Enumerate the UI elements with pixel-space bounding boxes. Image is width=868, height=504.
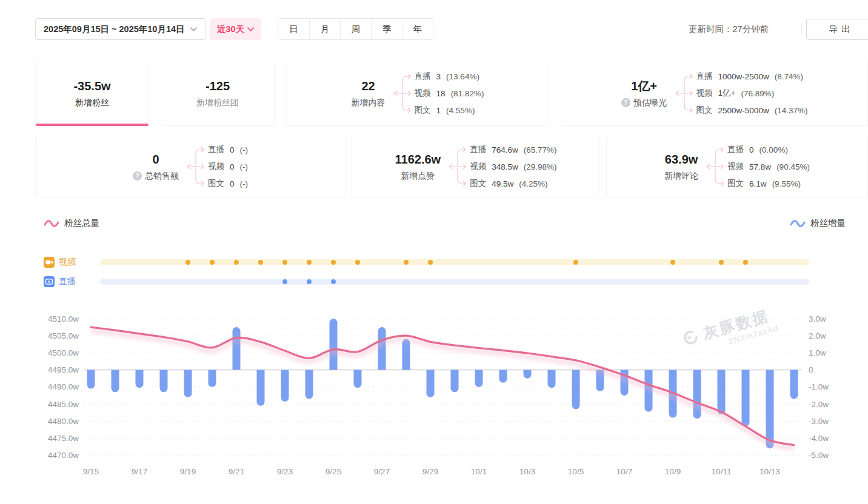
- fans-trend-chart[interactable]: 4510.0w4505.0w4500.0w4495.0w4490.0w4485.…: [0, 303, 868, 491]
- x-axis-tick: 10/11: [712, 467, 732, 476]
- total-sales-value: 0: [133, 152, 179, 167]
- legend-fans-delta[interactable]: 粉丝增量: [790, 217, 846, 229]
- video-day-dot[interactable]: [210, 260, 215, 265]
- fans-delta-bar[interactable]: [693, 370, 701, 419]
- breakdown-row: 直播0(0.00%): [727, 141, 810, 158]
- breakdown-bracket: [673, 68, 694, 119]
- period-tab-group: 日 月 周 季 年: [278, 18, 433, 40]
- fans-delta-bar[interactable]: [136, 370, 144, 388]
- tab-day[interactable]: 日: [278, 19, 309, 39]
- chevron-down-icon: [247, 27, 254, 31]
- export-button[interactable]: 导出: [806, 19, 868, 40]
- fans-delta-bar[interactable]: [499, 370, 507, 383]
- legend-fans-total[interactable]: 粉丝总量: [44, 217, 99, 229]
- fans-delta-bar[interactable]: [572, 370, 580, 409]
- tab-week[interactable]: 周: [340, 19, 371, 39]
- stat-card-total-sales[interactable]: 0 ?总销售额 直播0(-) 视频0(-) 图文0(-): [35, 136, 346, 197]
- fans-delta-bar[interactable]: [330, 319, 338, 370]
- fans-delta-bar[interactable]: [451, 370, 459, 393]
- video-day-dot[interactable]: [404, 260, 409, 265]
- date-range-picker[interactable]: 2025年09月15日 ~ 2025年10月14日: [35, 18, 205, 40]
- x-axis-tick: 9/21: [229, 467, 244, 476]
- video-day-dot[interactable]: [185, 260, 190, 265]
- tab-month[interactable]: 月: [309, 19, 340, 39]
- quick-range-selector[interactable]: 近30天: [210, 18, 261, 40]
- stat-card-new-comments[interactable]: 63.9w 新增评论 直播0(0.00%) 视频57.8w(90.45%) 图文…: [606, 136, 868, 197]
- x-axis-tick: 9/19: [180, 467, 196, 476]
- new-likes-label: 新增点赞: [395, 171, 441, 182]
- breakdown-row: 直播764.6w(65.77%): [470, 141, 556, 158]
- breakdown-bracket: [447, 141, 467, 192]
- blue-wave-icon: [790, 219, 806, 228]
- stat-card-new-fans[interactable]: -35.5w 新增粉丝: [35, 61, 149, 126]
- fans-delta-bar[interactable]: [378, 327, 386, 370]
- video-day-dot[interactable]: [355, 260, 360, 265]
- breakdown-bracket: [704, 141, 725, 192]
- video-day-dot[interactable]: [258, 260, 263, 265]
- fans-delta-bar[interactable]: [524, 370, 532, 379]
- video-day-dot[interactable]: [307, 260, 312, 265]
- fans-delta-bar[interactable]: [427, 370, 435, 397]
- live-icon: [44, 276, 55, 287]
- breakdown-row: 图文0(-): [208, 175, 248, 192]
- fan-analytics-dashboard: 2025年09月15日 ~ 2025年10月14日 近30天 日 月 周 季 年…: [0, 0, 868, 504]
- breakdown-row: 视频57.8w(90.45%): [727, 158, 810, 175]
- live-day-dot[interactable]: [307, 279, 312, 284]
- stat-card-new-fan-club[interactable]: -125 新增粉丝团: [161, 61, 275, 126]
- left-axis-tick: 4475.0w: [48, 434, 79, 443]
- stat-card-est-exposure[interactable]: 1亿+ ?预估曝光 直播1000w-2500w(8.74%) 视频1亿+(76.…: [561, 61, 868, 126]
- video-day-dot[interactable]: [234, 260, 239, 265]
- stat-card-new-content[interactable]: 22 新增内容 直播3(13.64%) 视频18(81.82%) 图文1(4.5…: [286, 61, 549, 126]
- video-day-dot[interactable]: [743, 260, 748, 265]
- stat-card-new-likes[interactable]: 1162.6w 新增点赞 直播764.6w(65.77%) 视频348.5w(2…: [352, 136, 600, 197]
- fans-delta-bar[interactable]: [305, 370, 313, 399]
- fans-delta-bar[interactable]: [160, 370, 168, 393]
- fans-delta-bar[interactable]: [112, 370, 119, 393]
- x-axis-tick: 10/5: [568, 467, 584, 476]
- fans-delta-bar[interactable]: [766, 370, 774, 449]
- help-icon[interactable]: ?: [621, 98, 630, 107]
- fans-delta-bar[interactable]: [742, 370, 750, 426]
- x-axis-tick: 9/17: [132, 467, 147, 476]
- tab-year[interactable]: 年: [402, 19, 433, 39]
- live-day-dot[interactable]: [331, 279, 336, 284]
- video-day-dot[interactable]: [331, 260, 336, 265]
- video-day-dot[interactable]: [428, 260, 433, 265]
- new-comments-label: 新增评论: [664, 171, 698, 182]
- video-day-dot[interactable]: [282, 260, 287, 265]
- fans-delta-bar[interactable]: [233, 327, 241, 370]
- new-fans-label: 新增粉丝: [73, 98, 110, 108]
- fans-delta-bar[interactable]: [281, 370, 289, 402]
- video-timeline-header: 视频: [44, 257, 76, 268]
- left-axis-tick: 4480.0w: [48, 417, 79, 426]
- active-tab-indicator: [36, 124, 149, 126]
- fans-delta-bar[interactable]: [184, 370, 192, 397]
- video-day-dot[interactable]: [573, 260, 578, 265]
- new-content-value: 22: [352, 79, 386, 93]
- live-timeline-header: 直播: [44, 276, 76, 287]
- fans-delta-bar[interactable]: [402, 339, 410, 370]
- x-axis-tick: 10/13: [760, 467, 780, 476]
- fans-delta-bar[interactable]: [718, 370, 726, 414]
- fans-delta-bar[interactable]: [209, 370, 216, 387]
- tab-quarter[interactable]: 季: [371, 19, 402, 39]
- help-icon[interactable]: ?: [133, 171, 142, 181]
- left-axis-tick: 4495.0w: [48, 365, 79, 374]
- breakdown-row: 图文2500w-5000w(14.37%): [696, 102, 808, 119]
- fans-delta-bar[interactable]: [354, 370, 362, 388]
- new-likes-value: 1162.6w: [395, 152, 441, 167]
- update-time-text: 更新时间：27分钟前: [689, 24, 769, 35]
- pink-wave-icon: [44, 219, 59, 228]
- fans-delta-bar[interactable]: [790, 370, 798, 399]
- left-axis-tick: 4490.0w: [48, 382, 79, 391]
- est-exposure-label: 预估曝光: [633, 98, 667, 108]
- video-day-dot[interactable]: [670, 260, 675, 265]
- fans-delta-bar[interactable]: [548, 370, 556, 388]
- video-day-dot[interactable]: [719, 260, 724, 265]
- fans-delta-bar[interactable]: [257, 370, 265, 406]
- new-content-label: 新增内容: [352, 98, 386, 108]
- live-day-dot[interactable]: [282, 279, 287, 284]
- video-icon: [44, 257, 55, 268]
- fans-delta-bar[interactable]: [87, 370, 95, 389]
- fans-delta-bar[interactable]: [475, 370, 483, 387]
